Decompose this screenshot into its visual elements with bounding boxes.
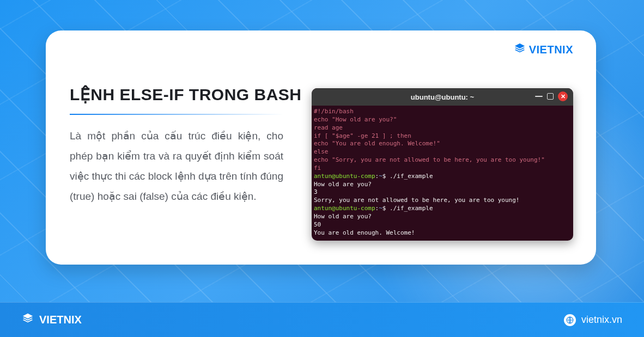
terminal-line: echo "You are old enough. Welcome!"	[314, 140, 571, 148]
layers-icon	[22, 313, 34, 327]
brand-url: vietnix.vn	[581, 314, 622, 326]
terminal-line: echo "Sorry, you are not allowed to be h…	[314, 156, 571, 164]
terminal-line: 50	[314, 221, 571, 229]
footer-bar: VIETNIX vietnix.vn	[0, 302, 644, 337]
terminal-titlebar: ubuntu@ubuntu: ~ ✕	[312, 88, 573, 106]
terminal-title: ubuntu@ubuntu: ~	[411, 93, 474, 101]
terminal-line: echo "How old are you?"	[314, 116, 571, 124]
layers-icon	[514, 42, 526, 57]
terminal-line: You are old enough. Welcome!	[314, 229, 571, 237]
terminal-line: Sorry, you are not allowed to be here, y…	[314, 197, 571, 205]
terminal-line: antun@ubuntu-comp:~$ ./if_example	[314, 173, 571, 181]
slide-root: VIETNIX LỆNH ELSE-IF TRONG BASH Là một p…	[0, 0, 644, 337]
terminal-line: read age	[314, 124, 571, 132]
brand-logo-footer: VIETNIX	[22, 313, 82, 327]
terminal-line: 3	[314, 188, 571, 197]
terminal-window: ubuntu@ubuntu: ~ ✕ #!/bin/bashecho "How …	[312, 88, 573, 241]
terminal-window-controls: ✕	[535, 91, 568, 101]
brand-name-top: VIETNIX	[529, 44, 573, 56]
terminal-line: antun@ubuntu-comp:~$ ./if_example	[314, 205, 571, 213]
terminal-line: else	[314, 148, 571, 156]
terminal-body: #!/bin/bashecho "How old are you?"read a…	[312, 106, 573, 241]
terminal-line: How old are you?	[314, 213, 571, 221]
brand-logo-top: VIETNIX	[514, 42, 573, 57]
content-card: VIETNIX LỆNH ELSE-IF TRONG BASH Là một p…	[46, 30, 596, 265]
footer-url: vietnix.vn	[564, 314, 622, 326]
terminal-line: fi	[314, 164, 571, 173]
title-divider	[70, 114, 283, 115]
terminal-line: #!/bin/bash	[314, 108, 571, 116]
card-description: Là một phần của cấu trúc điều kiện, cho …	[70, 126, 283, 206]
maximize-icon[interactable]	[547, 93, 554, 100]
brand-name-footer: VIETNIX	[39, 314, 82, 326]
terminal-line: if [ "$age" -ge 21 ] ; then	[314, 132, 571, 140]
globe-icon	[564, 314, 576, 326]
close-icon[interactable]: ✕	[558, 91, 568, 101]
terminal-line: How old are you?	[314, 181, 571, 189]
minimize-icon[interactable]	[535, 96, 543, 97]
